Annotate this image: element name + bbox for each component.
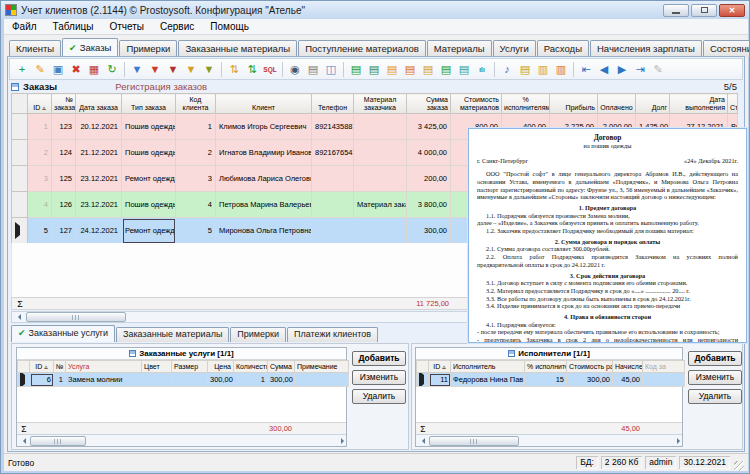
print-preview-icon[interactable]: ◫ (322, 61, 340, 78)
maximize-button[interactable] (691, 4, 717, 17)
cell-code[interactable]: 1 (176, 114, 216, 140)
col-accrued[interactable]: Начислено (613, 361, 643, 373)
filter-icon[interactable]: ▼ (128, 61, 146, 78)
cell-phone[interactable] (312, 218, 354, 244)
cell-client[interactable]: Игнатов Владимир Иванович (216, 140, 312, 166)
executors-edit-button[interactable]: Изменить (688, 370, 742, 385)
cell-date[interactable]: 20.12.2021 (76, 114, 122, 140)
col-id[interactable]: ID ▵ (429, 361, 451, 373)
cell-phone[interactable] (312, 166, 354, 192)
sql-icon[interactable]: SQL (261, 61, 279, 78)
form-view-icon[interactable]: ▤ (516, 61, 534, 78)
col-note[interactable]: Примечание (295, 361, 349, 373)
cell-client[interactable]: Миронова Ольга Петровна (216, 218, 312, 244)
cell-client[interactable]: Любимова Лариса Олеговна (216, 166, 312, 192)
col-executor-pct[interactable]: % исполнителя (525, 361, 567, 373)
cell-material[interactable] (354, 114, 407, 140)
cell-color[interactable] (142, 373, 172, 387)
filter-exclude-icon[interactable]: ▼ (164, 61, 182, 78)
tab-orders[interactable]: ✔Заказы (62, 38, 118, 57)
cell-material[interactable]: Материал заказчика (354, 192, 407, 218)
cell-sum[interactable]: 3 800,00 (407, 192, 451, 218)
menu-service[interactable]: Сервис (152, 20, 202, 33)
subtab-client-payments[interactable]: Платежи клиентов (287, 327, 378, 342)
col-executor[interactable]: Исполнитель (451, 361, 525, 373)
cell-type[interactable]: Ремонт одежды (122, 166, 176, 192)
col-service[interactable]: Услуга (66, 361, 142, 373)
executors-hscrollbar[interactable] (416, 434, 682, 446)
col-order-sum[interactable]: Сумма заказа (407, 94, 451, 114)
cell-pct[interactable]: 15 (525, 373, 567, 387)
col-profit[interactable]: Прибыль (550, 94, 598, 114)
tab-services[interactable]: Услуги (493, 40, 536, 57)
cell-type[interactable]: Пошив одежды (122, 140, 176, 166)
executors-add-button[interactable]: Добавить (688, 351, 742, 366)
cell-note[interactable] (295, 373, 349, 387)
services-hscrollbar[interactable] (17, 434, 346, 446)
cell-type-focused[interactable]: Ремонт одежды (122, 218, 176, 244)
cell-code[interactable]: 2 (176, 140, 216, 166)
scroll-thumb[interactable] (26, 312, 126, 322)
scroll-left-icon[interactable] (12, 312, 22, 322)
jump-record-icon[interactable]: ♪ (498, 61, 516, 78)
scroll-left-icon[interactable] (416, 436, 426, 446)
services-edit-button[interactable]: Изменить (352, 370, 406, 385)
cell-phone[interactable]: 8921676543 (312, 140, 354, 166)
col-client-material[interactable]: Материал заказчика (354, 94, 407, 114)
cell-date[interactable]: 23.12.2021 (76, 166, 122, 192)
col-order-type[interactable]: Тип заказа (122, 94, 176, 114)
menu-file[interactable]: Файл (4, 20, 45, 33)
col-num[interactable]: № (54, 361, 66, 373)
cell-sum[interactable]: 4 000,00 (407, 140, 451, 166)
cell-num[interactable]: 127 (52, 218, 76, 244)
col-color[interactable]: Цвет (142, 361, 172, 373)
cell-code[interactable]: 3 (176, 166, 216, 192)
scroll-thumb[interactable] (429, 436, 519, 446)
col-executor-pct[interactable]: % исполнителям (502, 94, 550, 114)
filter-remove-icon[interactable]: ▼ (146, 61, 164, 78)
nav-prev-icon[interactable]: ◀ (595, 61, 613, 78)
resize-grip[interactable] (734, 461, 744, 471)
tab-clients[interactable]: Клиенты (9, 40, 61, 57)
export-csv-icon[interactable]: ▤ (437, 61, 455, 78)
col-price[interactable]: Цена (208, 361, 234, 373)
cell-id-focused[interactable]: 11 (429, 373, 451, 387)
filter-range-icon[interactable]: ⇅ (225, 61, 243, 78)
cell-sum[interactable]: 200,00 (407, 166, 451, 192)
cell-qty[interactable]: 1 (234, 373, 268, 387)
delete-record-icon[interactable]: ✖ (67, 61, 85, 78)
cell-date[interactable]: 24.12.2021 (76, 218, 122, 244)
col-code[interactable]: Код за (643, 361, 685, 373)
subtab-ordered-materials[interactable]: Заказанные материалы (116, 327, 229, 342)
print-icon[interactable]: ▤ (304, 61, 322, 78)
filter-range2-icon[interactable]: ⇅ (243, 61, 261, 78)
scroll-thumb[interactable] (30, 436, 86, 446)
tab-ordered-materials[interactable]: Заказанные материалы (178, 40, 297, 57)
cell-code[interactable]: 4 (176, 192, 216, 218)
col-material-cost[interactable]: Стоимость материалов (451, 94, 502, 114)
cell-sum[interactable]: 3 425,00 (407, 114, 451, 140)
subtab-ordered-services[interactable]: ✔Заказанные услуги (11, 325, 115, 342)
col-order-date[interactable]: Дата заказа (76, 94, 122, 114)
col-debt[interactable]: Долг (636, 94, 670, 114)
col-work-cost[interactable]: Стоимость работ (567, 361, 613, 373)
cell-size[interactable] (172, 373, 208, 387)
cell-material[interactable] (354, 140, 407, 166)
export-excel2-icon[interactable]: ▤ (365, 61, 383, 78)
nav-next-icon[interactable]: ▶ (613, 61, 631, 78)
scroll-right-icon[interactable] (672, 436, 682, 446)
nav-first-icon[interactable]: ⇤ (577, 61, 595, 78)
cell-accrued[interactable]: 45,00 (613, 373, 643, 387)
cell-id[interactable]: 2 (28, 140, 52, 166)
tab-materials[interactable]: Материалы (427, 40, 492, 57)
cell-executor[interactable]: Федорова Нина Пав (451, 373, 525, 387)
cell-material[interactable] (354, 166, 407, 192)
cell-type[interactable]: Пошив одежды (122, 192, 176, 218)
cell-cost[interactable]: 300,00 (567, 373, 613, 387)
add-record-icon[interactable]: + (13, 61, 31, 78)
col-qty[interactable]: Количество (234, 361, 268, 373)
cell-id-focused[interactable]: 6 (30, 373, 54, 387)
tab-fittings[interactable]: Примерки (119, 40, 177, 57)
menu-reports[interactable]: Отчеты (101, 20, 152, 33)
col-phone[interactable]: Телефон (312, 94, 354, 114)
